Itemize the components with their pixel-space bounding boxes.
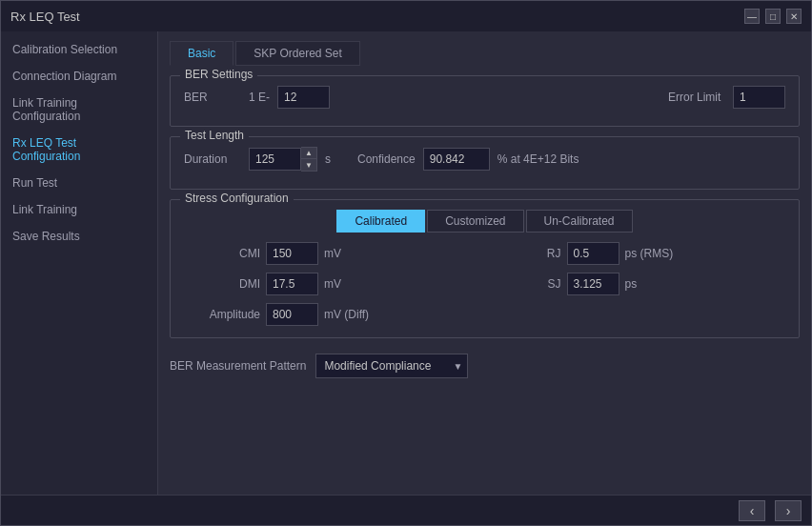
stress-tab-customized[interactable]: Customized bbox=[427, 210, 523, 233]
dmi-unit: mV bbox=[324, 277, 341, 291]
error-limit-input[interactable] bbox=[733, 86, 785, 109]
duration-spinner: ▲ ▼ bbox=[249, 147, 317, 172]
ber-settings-row: BER 1 E- Error Limit bbox=[184, 86, 785, 109]
test-length-title: Test Length bbox=[180, 129, 249, 142]
ber-pattern-select[interactable]: Modified Compliance PRBS7 PRBS15 PRBS23 … bbox=[315, 354, 468, 378]
close-button[interactable]: ✕ bbox=[786, 9, 802, 24]
sidebar: Calibration Selection Connection Diagram… bbox=[1, 31, 158, 495]
spinner-buttons: ▲ ▼ bbox=[301, 147, 317, 172]
rj-unit: ps (RMS) bbox=[625, 247, 674, 260]
maximize-button[interactable]: □ bbox=[765, 9, 781, 24]
sidebar-item-link-training[interactable]: Link Training bbox=[1, 196, 157, 223]
cmi-label: CMI bbox=[193, 247, 260, 260]
dmi-label: DMI bbox=[193, 277, 260, 291]
amplitude-input[interactable] bbox=[266, 303, 318, 326]
sidebar-item-calibration-selection[interactable]: Calibration Selection bbox=[1, 36, 157, 63]
ber-pattern-label: BER Measurement Pattern bbox=[170, 359, 306, 373]
ber-settings-title: BER Settings bbox=[180, 68, 257, 81]
ber-value-input[interactable] bbox=[277, 86, 330, 109]
ber-label: BER bbox=[184, 91, 241, 104]
stress-tab-calibrated[interactable]: Calibrated bbox=[336, 210, 425, 233]
ber-settings-group: BER Settings BER 1 E- Error Limit bbox=[170, 75, 800, 127]
duration-input[interactable] bbox=[249, 148, 301, 171]
sidebar-item-rx-leq-test-config[interactable]: Rx LEQ Test Configuration bbox=[1, 130, 157, 170]
spinner-up-button[interactable]: ▲ bbox=[301, 148, 316, 159]
tab-basic[interactable]: Basic bbox=[170, 41, 233, 66]
stress-right-col: RJ ps (RMS) SJ ps bbox=[495, 242, 777, 326]
forward-button[interactable]: › bbox=[775, 500, 802, 521]
cmi-input[interactable] bbox=[266, 242, 318, 265]
sidebar-item-run-test[interactable]: Run Test bbox=[1, 170, 157, 196]
rj-label: RJ bbox=[495, 247, 561, 260]
confidence-label: Confidence bbox=[357, 152, 416, 166]
dmi-row: DMI mV bbox=[193, 273, 476, 295]
bottom-bar: ‹ › bbox=[1, 495, 811, 525]
amplitude-label: Amplitude bbox=[193, 308, 260, 321]
error-limit-label: Error Limit bbox=[668, 91, 725, 104]
test-length-group: Test Length Duration ▲ ▼ s Confidence % … bbox=[170, 136, 800, 190]
window-controls: — □ ✕ bbox=[744, 9, 802, 24]
stress-fields-grid: CMI mV DMI mV Amplitude mV (Diff) bbox=[184, 242, 785, 326]
ber-prefix: 1 E- bbox=[249, 91, 270, 104]
minimize-button[interactable]: — bbox=[744, 9, 760, 24]
amplitude-unit: mV (Diff) bbox=[324, 308, 369, 321]
cmi-row: CMI mV bbox=[193, 242, 476, 265]
rj-row: RJ ps (RMS) bbox=[495, 242, 777, 265]
main-window: Rx LEQ Test — □ ✕ Calibration Selection … bbox=[0, 0, 812, 526]
confidence-input[interactable] bbox=[423, 148, 490, 171]
cmi-unit: mV bbox=[324, 247, 341, 260]
sj-row: SJ ps bbox=[495, 273, 777, 295]
confidence-suffix: % at 4E+12 Bits bbox=[497, 152, 579, 166]
window-title: Rx LEQ Test bbox=[10, 10, 80, 24]
tab-skp-ordered-set[interactable]: SKP Ordered Set bbox=[235, 41, 360, 66]
stress-config-group: Stress Configuration Calibrated Customiz… bbox=[170, 199, 800, 338]
dmi-input[interactable] bbox=[266, 273, 318, 295]
rj-input[interactable] bbox=[567, 242, 619, 265]
amplitude-row: Amplitude mV (Diff) bbox=[193, 303, 476, 326]
sj-label: SJ bbox=[495, 277, 561, 291]
sidebar-item-save-results[interactable]: Save Results bbox=[1, 223, 157, 250]
tab-bar: Basic SKP Ordered Set bbox=[170, 41, 800, 66]
stress-tab-un-calibrated[interactable]: Un-Calibrated bbox=[526, 210, 633, 233]
stress-tabs: Calibrated Customized Un-Calibrated bbox=[184, 210, 785, 233]
duration-unit: s bbox=[325, 152, 331, 166]
sj-unit: ps bbox=[625, 277, 638, 291]
back-button[interactable]: ‹ bbox=[739, 500, 765, 521]
test-length-row: Duration ▲ ▼ s Confidence % at 4E+12 Bit… bbox=[184, 147, 785, 172]
spinner-down-button[interactable]: ▼ bbox=[301, 159, 316, 171]
title-bar: Rx LEQ Test — □ ✕ bbox=[1, 1, 811, 31]
sidebar-item-connection-diagram[interactable]: Connection Diagram bbox=[1, 63, 157, 90]
ber-pattern-row: BER Measurement Pattern Modified Complia… bbox=[170, 348, 800, 378]
main-content: Calibration Selection Connection Diagram… bbox=[1, 31, 811, 495]
stress-left-col: CMI mV DMI mV Amplitude mV (Diff) bbox=[193, 242, 476, 326]
sj-input[interactable] bbox=[567, 273, 619, 295]
content-area: Basic SKP Ordered Set BER Settings BER 1… bbox=[158, 31, 811, 495]
sidebar-item-link-training-config[interactable]: Link Training Configuration bbox=[1, 90, 157, 130]
stress-config-title: Stress Configuration bbox=[180, 192, 294, 205]
ber-pattern-select-wrap: Modified Compliance PRBS7 PRBS15 PRBS23 … bbox=[315, 354, 468, 378]
duration-label: Duration bbox=[184, 152, 241, 166]
